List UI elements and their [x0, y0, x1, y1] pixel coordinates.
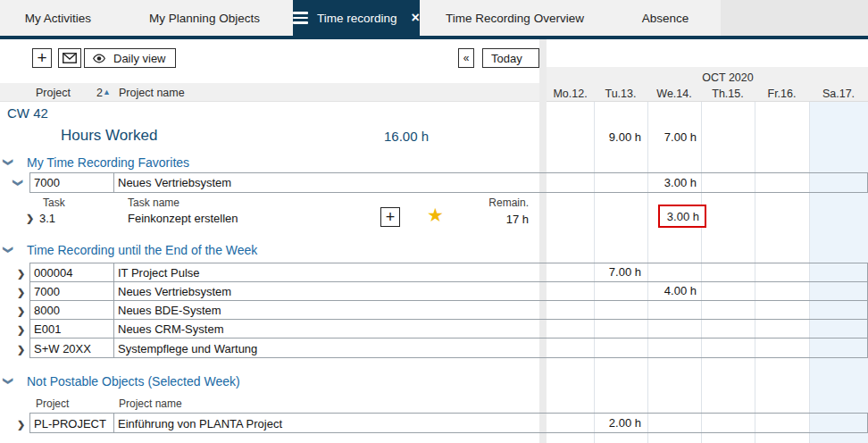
- collapse-week-recording-icon[interactable]: ❯: [3, 246, 14, 254]
- favorite-project-name[interactable]: Neues Vertriebsystem: [118, 176, 231, 189]
- expand-task-icon[interactable]: ❯: [26, 213, 34, 224]
- tab-my-activities[interactable]: My Activities: [0, 0, 116, 36]
- task-remaining-hours: 17 h: [439, 212, 529, 228]
- task-column-header: Task: [43, 196, 65, 209]
- tab-time-recording[interactable]: Time recording ×: [293, 0, 420, 36]
- time-recording-window: My Activities My Planning Objects Time r…: [0, 0, 868, 443]
- project-id[interactable]: S+W 20XX: [34, 342, 91, 355]
- expand-row-icon[interactable]: ❯: [17, 305, 25, 317]
- selected-time-entry-cell[interactable]: 3.00 h: [658, 205, 706, 228]
- project-column-subheader: Project: [36, 397, 69, 410]
- expand-row-icon[interactable]: ❯: [17, 344, 25, 355]
- add-button[interactable]: +: [32, 48, 52, 68]
- expand-row-icon[interactable]: ❯: [17, 268, 25, 280]
- favorite-project-id[interactable]: 7000: [34, 176, 60, 189]
- hours-worked-total: 16.00 h: [339, 129, 429, 144]
- cell-divider: [113, 281, 114, 301]
- active-tab-underline: [0, 36, 868, 39]
- sort-ascending-icon: ▲: [103, 88, 111, 96]
- not-postable-section-title[interactable]: Not Postable Objects (Selected Week): [27, 374, 240, 389]
- column-header-project-name[interactable]: Project name: [119, 87, 185, 99]
- envelope-icon: [63, 53, 77, 63]
- task-id[interactable]: 3.1: [39, 212, 55, 225]
- cell-divider: [113, 172, 114, 193]
- tab-bar: My Activities My Planning Objects Time r…: [0, 0, 868, 36]
- hours-worked-tue[interactable]: 9.00 h: [594, 130, 641, 146]
- project-wed-hours[interactable]: 4.00 h: [647, 283, 697, 299]
- project-name[interactable]: Neues Vertriebsystem: [118, 285, 231, 298]
- month-label: OCT 2020: [688, 71, 768, 84]
- cell-divider: [113, 300, 114, 320]
- project-name[interactable]: Systempflege und Wartung: [118, 342, 257, 355]
- project-name[interactable]: IT Project Pulse: [118, 266, 200, 280]
- tab-time-recording-label: Time recording: [317, 12, 397, 25]
- day-header-mon: Mo.12.: [547, 88, 594, 100]
- menu-icon[interactable]: [293, 12, 308, 24]
- cell-divider: [113, 263, 114, 282]
- project-name[interactable]: Neues CRM-System: [118, 322, 223, 336]
- add-booking-button[interactable]: +: [380, 207, 400, 227]
- cell-divider: [113, 413, 114, 433]
- day-header-tue: Tu.13.: [594, 88, 647, 100]
- task-name[interactable]: Feinkonzept erstellen: [128, 212, 238, 225]
- daily-view-label: Daily view: [113, 52, 166, 65]
- expand-row-icon[interactable]: ❯: [17, 287, 25, 298]
- close-tab-icon[interactable]: ×: [412, 10, 420, 26]
- task-name-column-header: Task name: [128, 196, 179, 209]
- remaining-column-header: Remain.: [439, 196, 529, 209]
- project-id[interactable]: 000004: [34, 266, 72, 280]
- project-id[interactable]: 8000: [34, 304, 60, 317]
- project-name[interactable]: Neues BDE-System: [118, 304, 221, 317]
- project-name-column-subheader: Project name: [119, 397, 182, 410]
- favorites-section-title[interactable]: My Time Recording Favorites: [27, 155, 189, 170]
- calendar-week-label: CW 42: [7, 105, 48, 121]
- pane-divider[interactable]: [539, 39, 547, 443]
- hours-worked-wed[interactable]: 7.00 h: [647, 130, 697, 146]
- project-id[interactable]: E001: [34, 322, 61, 336]
- tab-bar-filler: [721, 0, 868, 36]
- tab-time-recording-overview[interactable]: Time Recording Overview: [420, 0, 610, 36]
- column-header-project[interactable]: Project: [36, 87, 71, 99]
- cell-divider: [113, 319, 114, 339]
- week-recording-section-title[interactable]: Time Recording until the End of the Week: [27, 243, 257, 257]
- today-button[interactable]: Today: [482, 48, 539, 68]
- not-postable-project-name[interactable]: Einführung von PLANTA Project: [118, 417, 282, 430]
- expand-row-icon[interactable]: ❯: [17, 324, 25, 336]
- collapse-favorites-icon[interactable]: ❯: [3, 158, 14, 166]
- expand-row-icon[interactable]: ❯: [17, 419, 25, 430]
- eye-icon: [92, 54, 106, 63]
- not-postable-tue-hours[interactable]: 2.00 h: [594, 415, 641, 431]
- previous-week-button[interactable]: «: [458, 48, 474, 68]
- tab-absence[interactable]: Absence: [610, 0, 721, 36]
- day-header-thu: Th.15.: [701, 88, 755, 100]
- collapse-not-postable-icon[interactable]: ❯: [3, 377, 14, 385]
- mail-button[interactable]: [58, 48, 81, 68]
- day-header-fri: Fr.16.: [755, 88, 809, 100]
- favorite-project-wed-hours[interactable]: 3.00 h: [647, 175, 697, 191]
- daily-view-button[interactable]: Daily view: [84, 48, 176, 68]
- hours-worked-label: Hours Worked: [61, 127, 157, 145]
- sort-indicator[interactable]: 2▲: [96, 87, 111, 99]
- cell-divider: [113, 338, 114, 358]
- project-tue-hours[interactable]: 7.00 h: [594, 264, 641, 280]
- not-postable-project-id[interactable]: PL-PROJECT: [34, 417, 106, 430]
- day-header-sat: Sa.17.: [809, 88, 868, 100]
- project-id[interactable]: 7000: [34, 285, 60, 298]
- tab-my-planning-objects[interactable]: My Planning Objects: [116, 0, 293, 36]
- day-header-wed: We.14.: [647, 88, 701, 100]
- collapse-project-icon[interactable]: ❯: [13, 179, 24, 187]
- table-header: [0, 83, 539, 102]
